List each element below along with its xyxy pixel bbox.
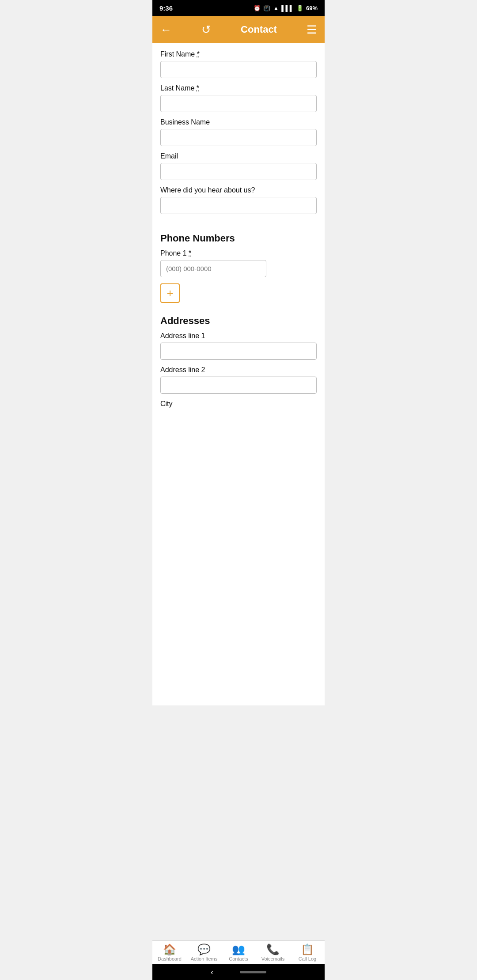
battery-pct: 69%	[306, 5, 318, 11]
email-label: Email	[160, 152, 317, 160]
time-display: 9:36	[159, 4, 173, 12]
battery-icon: 🔋	[296, 5, 303, 11]
addr2-label: Address line 2	[160, 366, 317, 374]
addr1-group: Address line 1	[160, 332, 317, 360]
last-name-label: Last Name *	[160, 84, 317, 92]
hear-about-label: Where did you hear about us?	[160, 186, 317, 194]
addr2-input[interactable]	[160, 377, 317, 394]
hear-about-group: Where did you hear about us?	[160, 186, 317, 214]
contact-form: First Name * Last Name * Business Name E…	[152, 43, 325, 705]
alarm-icon: ⏰	[254, 5, 261, 11]
first-name-label: First Name *	[160, 50, 317, 58]
phone-input-wrap	[160, 260, 317, 277]
signal-icon: ▌▌▌	[281, 5, 294, 11]
last-name-group: Last Name *	[160, 84, 317, 112]
refresh-button[interactable]: ↺	[201, 24, 211, 35]
vibrate-icon: 📳	[263, 5, 270, 11]
phone1-input[interactable]	[160, 260, 266, 277]
first-name-group: First Name *	[160, 50, 317, 78]
first-name-input[interactable]	[160, 61, 317, 78]
wifi-icon: ▲	[273, 5, 279, 11]
last-name-input[interactable]	[160, 95, 317, 112]
status-icons: ⏰ 📳 ▲ ▌▌▌ 🔋 69%	[254, 5, 318, 11]
back-button[interactable]: ←	[160, 24, 172, 35]
add-phone-button[interactable]: +	[160, 283, 180, 303]
hear-about-input[interactable]	[160, 197, 317, 214]
addr1-input[interactable]	[160, 343, 317, 360]
city-label: City	[160, 400, 317, 408]
city-group: City	[160, 400, 317, 408]
phone1-group: Phone 1 *	[160, 249, 317, 277]
email-group: Email	[160, 152, 317, 180]
status-bar: 9:36 ⏰ 📳 ▲ ▌▌▌ 🔋 69%	[152, 0, 325, 16]
toolbar: ← ↺ Contact ☰	[152, 16, 325, 43]
business-name-group: Business Name	[160, 118, 317, 146]
page-title: Contact	[241, 24, 277, 35]
addr1-label: Address line 1	[160, 332, 317, 340]
email-input[interactable]	[160, 163, 317, 180]
phone-section-title: Phone Numbers	[160, 233, 317, 244]
business-name-input[interactable]	[160, 129, 317, 146]
menu-button[interactable]: ☰	[307, 24, 317, 35]
phone1-label: Phone 1 *	[160, 249, 317, 257]
addr2-group: Address line 2	[160, 366, 317, 394]
address-section-title: Addresses	[160, 315, 317, 327]
business-name-label: Business Name	[160, 118, 317, 126]
